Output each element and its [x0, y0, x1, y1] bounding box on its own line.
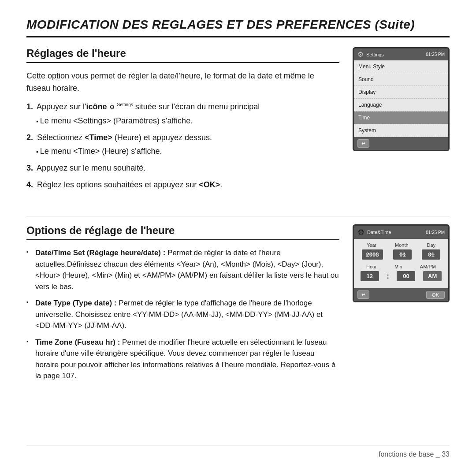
option2-bold: Date Type (Type date) : — [35, 299, 117, 307]
option-date-type: Date Type (Type date) : Permet de régler… — [26, 298, 339, 331]
screen2-back-button[interactable]: ↩ — [357, 290, 369, 299]
step2-sub1: Le menu <Time> (Heure) s'affiche. — [36, 145, 339, 158]
menu-item-time[interactable]: Time — [354, 112, 448, 124]
screen1-container: ⚙ Settings 01:25 PM Menu Style Sound Dis… — [353, 47, 450, 196]
device-screen2: ⚙ Date&Time 01:25 PM Year Month Day 2008… — [353, 224, 450, 302]
value-month[interactable]: 01 — [393, 249, 412, 260]
label-month: Month — [395, 242, 409, 248]
footer-text: fonctions de base _ 33 — [379, 450, 450, 458]
label-ampm: AM/PM — [420, 264, 436, 269]
step-3: 3. Appuyez sur le menu souhaité. — [26, 162, 339, 175]
step3-num: 3. — [26, 164, 33, 172]
step-1: 1. Appuyez sur l'icône ⚙ Settings située… — [26, 101, 339, 127]
settings-icon-label: Settings — [117, 102, 133, 107]
section1-intro: Cette option vous permet de régler la da… — [26, 70, 339, 95]
step1-num: 1. — [26, 102, 33, 111]
menu-item-display[interactable]: Display — [354, 86, 448, 99]
section2-title: Options de réglage de l'heure — [26, 224, 339, 240]
screen2-row2-labels: Hour Min AM/PM — [357, 264, 445, 269]
time-colon: : — [387, 272, 389, 280]
screen2-time: 01:25 PM — [426, 230, 445, 235]
value-min[interactable]: 00 — [397, 271, 415, 281]
page-header: MODIFICATION DES REGLAGES ET DES PREFERE… — [26, 18, 450, 37]
page: MODIFICATION DES REGLAGES ET DES PREFERE… — [0, 0, 476, 476]
screen1-back-button[interactable]: ↩ — [357, 139, 369, 148]
screen2-body: Year Month Day 2008 01 01 Hour Min AM/PM — [354, 239, 448, 288]
screen2-container: ⚙ Date&Time 01:25 PM Year Month Day 2008… — [353, 224, 450, 387]
screen1-topbar: ⚙ Settings 01:25 PM — [354, 48, 448, 60]
section1-title: Réglages de l'heure — [26, 47, 339, 63]
step4-bold: <OK> — [199, 180, 220, 189]
menu-item-language[interactable]: Language — [354, 99, 448, 112]
option3-bold: Time Zone (Fuseau hr) : — [35, 338, 120, 346]
menu-item-system[interactable]: System — [354, 124, 448, 137]
value-hour[interactable]: 12 — [361, 271, 379, 281]
option1-bold: Date/Time Set (Réglage heure/date) : — [35, 249, 165, 257]
step2-sublist: Le menu <Time> (Heure) s'affiche. — [26, 145, 339, 158]
label-year: Year — [367, 242, 376, 248]
option-time-zone: Time Zone (Fuseau hr) : Permet de modifi… — [26, 337, 339, 382]
page-footer: fonctions de base _ 33 — [26, 446, 450, 458]
section-divider — [26, 216, 450, 216]
screen2-topbar: ⚙ Date&Time 01:25 PM — [354, 226, 448, 239]
step2-num: 2. — [26, 133, 33, 142]
device-screen1: ⚙ Settings 01:25 PM Menu Style Sound Dis… — [353, 47, 450, 151]
value-year[interactable]: 2008 — [362, 249, 383, 260]
section1-text: Réglages de l'heure Cette option vous pe… — [26, 47, 339, 196]
screen2-row1-values: 2008 01 01 — [357, 249, 445, 260]
section2-block: Options de réglage de l'heure Date/Time … — [26, 224, 450, 387]
label-min: Min — [394, 264, 402, 269]
screen1-gear-icon: ⚙ — [357, 50, 364, 59]
options-list: Date/Time Set (Réglage heure/date) : Per… — [26, 247, 339, 382]
value-day[interactable]: 01 — [422, 249, 440, 260]
screen1-backbar: ↩ — [354, 137, 448, 150]
screen1-menu: Menu Style Sound Display Language Time S… — [354, 60, 448, 137]
section2-text: Options de réglage de l'heure Date/Time … — [26, 224, 339, 387]
screen2-gear-icon: ⚙ — [357, 227, 364, 237]
step-4: 4. Réglez les options souhaitées et appu… — [26, 179, 339, 191]
step-2: 2. Sélectionnez <Time> (Heure) et appuye… — [26, 132, 339, 158]
section1-block: Réglages de l'heure Cette option vous pe… — [26, 47, 450, 196]
screen2-row2-values: 12 : 00 AM — [357, 271, 445, 281]
screen1-title: Settings — [366, 52, 423, 57]
screen2-title: Date&Time — [367, 230, 423, 235]
settings-icon: ⚙ — [109, 104, 115, 111]
label-hour: Hour — [366, 264, 377, 269]
screen2-row1-labels: Year Month Day — [357, 242, 445, 248]
menu-item-sound[interactable]: Sound — [354, 73, 448, 86]
step4-num: 4. — [26, 180, 33, 189]
value-ampm[interactable]: AM — [423, 271, 442, 281]
step1-sub1: Le menu <Settings> (Paramètres) s'affich… — [36, 115, 339, 127]
step2-bold: <Time> — [85, 133, 112, 142]
menu-item-menuStyle[interactable]: Menu Style — [354, 60, 448, 73]
screen1-time: 01:25 PM — [426, 52, 445, 57]
step1-bold: icône — [86, 102, 107, 111]
page-title: MODIFICATION DES REGLAGES ET DES PREFERE… — [26, 18, 450, 32]
steps-list: 1. Appuyez sur l'icône ⚙ Settings située… — [26, 101, 339, 191]
label-day: Day — [427, 242, 436, 248]
screen2-bottombar: ↩ OK — [354, 288, 448, 301]
screen2-ok-button[interactable]: OK — [426, 291, 445, 299]
option-datetime-set: Date/Time Set (Réglage heure/date) : Per… — [26, 247, 339, 292]
step1-sublist: Le menu <Settings> (Paramètres) s'affich… — [26, 115, 339, 127]
